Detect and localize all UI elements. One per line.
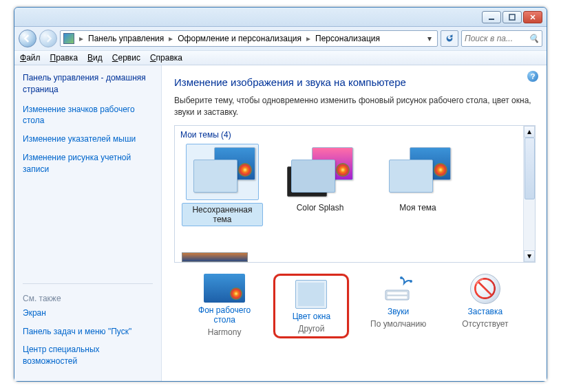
svg-rect-6 [387, 296, 407, 299]
sidebar-home-link[interactable]: Панель управления - домашняя страница [23, 72, 153, 96]
option-value: Другой [298, 324, 324, 334]
option-window-color[interactable]: Цвет окна Другой [273, 274, 349, 338]
maximize-button[interactable] [502, 11, 522, 23]
control-panel-icon [63, 33, 74, 44]
page-title: Изменение изображения и звука на компьют… [174, 76, 536, 88]
sidebar-also-taskbar[interactable]: Панель задач и меню "Пуск" [23, 326, 153, 338]
scroll-up-button[interactable]: ▴ [524, 126, 535, 138]
option-label[interactable]: Звуки [388, 307, 409, 316]
menu-bar: Файл Правка Вид Сервис Справка [14, 50, 547, 65]
theme-name: Color Splash [297, 203, 344, 213]
scroll-thumb[interactable] [525, 138, 535, 199]
option-value: Отсутствует [462, 319, 508, 329]
window-color-icon [295, 280, 327, 309]
option-label[interactable]: Цвет окна [293, 312, 330, 321]
address-dropdown-icon[interactable]: ▾ [425, 34, 434, 43]
theme-item-unsaved[interactable]: Несохраненная тема [182, 144, 263, 226]
breadcrumb-seg3[interactable]: Персонализация [315, 34, 380, 43]
menu-edit[interactable]: Правка [50, 53, 78, 63]
sidebar-link-account-picture[interactable]: Изменение рисунка учетной записи [23, 152, 153, 175]
theme-item-my-theme[interactable]: Моя тема [377, 144, 458, 226]
window-frame: ▸ Панель управления ▸ Оформление и персо… [14, 7, 547, 382]
menu-view[interactable]: Вид [87, 53, 103, 63]
themes-header: Мои темы (4) [175, 126, 535, 144]
themes-list: Мои темы (4) Несохраненная тема Color Sp… [174, 125, 536, 263]
option-screensaver[interactable]: 🚫 Заставка Отсутствует [447, 274, 523, 338]
svg-point-2 [400, 276, 403, 279]
minimize-button[interactable] [482, 11, 501, 23]
menu-tools[interactable]: Сервис [112, 53, 140, 63]
sidebar-link-desktop-icons[interactable]: Изменение значков рабочего стола [23, 104, 153, 127]
theme-item-color-splash[interactable]: Color Splash [279, 144, 361, 226]
sidebar-link-mouse-pointers[interactable]: Изменение указателей мыши [23, 133, 153, 145]
option-label[interactable]: Фон рабочего стола [187, 305, 262, 325]
main-panel: ? Изменение изображения и звука на компь… [162, 65, 547, 381]
nav-forward-button[interactable] [39, 30, 57, 47]
settings-row: Фон рабочего стола Harmony Цвет окна Дру… [174, 263, 536, 341]
svg-rect-1 [509, 14, 515, 20]
scrollbar[interactable]: ▴ ▾ [523, 126, 535, 262]
search-icon: 🔍 [529, 34, 539, 43]
nav-bar: ▸ Панель управления ▸ Оформление и персо… [14, 27, 547, 50]
search-placeholder: Поиск в па... [465, 34, 513, 43]
scroll-down-button[interactable]: ▾ [524, 250, 535, 262]
svg-point-3 [410, 280, 412, 283]
option-label[interactable]: Заставка [468, 307, 503, 316]
refresh-button[interactable] [441, 30, 458, 47]
sidebar-see-also-header: См. также [23, 283, 153, 303]
page-subtitle: Выберите тему, чтобы одновременно измени… [174, 95, 536, 118]
option-desktop-background[interactable]: Фон рабочего стола Harmony [187, 274, 262, 338]
menu-file[interactable]: Файл [20, 53, 41, 63]
help-icon[interactable]: ? [527, 71, 538, 82]
breadcrumb-seg2[interactable]: Оформление и персонализация [178, 34, 301, 43]
titlebar [14, 8, 547, 27]
address-bar[interactable]: ▸ Панель управления ▸ Оформление и персо… [60, 30, 438, 47]
svg-rect-0 [489, 19, 494, 20]
svg-rect-5 [387, 292, 407, 295]
sounds-icon [381, 274, 416, 304]
desktop-background-icon [204, 274, 245, 303]
option-value: По умолчанию [370, 319, 426, 329]
sidebar-also-display[interactable]: Экран [23, 307, 153, 319]
breadcrumb-sep: ▸ [79, 34, 83, 43]
theme-item-partial[interactable] [182, 252, 248, 262]
close-button[interactable] [523, 11, 542, 23]
search-box[interactable]: Поиск в па... 🔍 [461, 30, 542, 47]
sidebar-also-accessibility[interactable]: Центр специальных возможностей [23, 344, 153, 367]
nav-back-button[interactable] [19, 30, 36, 47]
option-sounds[interactable]: Звуки По умолчанию [361, 274, 436, 338]
menu-help[interactable]: Справка [150, 53, 182, 63]
breadcrumb-seg1[interactable]: Панель управления [88, 34, 164, 43]
theme-name: Несохраненная тема [182, 203, 263, 226]
theme-name: Моя тема [399, 203, 436, 213]
screensaver-icon: 🚫 [470, 274, 500, 304]
sidebar: Панель управления - домашняя страница Из… [14, 65, 162, 381]
option-value: Harmony [208, 327, 242, 337]
